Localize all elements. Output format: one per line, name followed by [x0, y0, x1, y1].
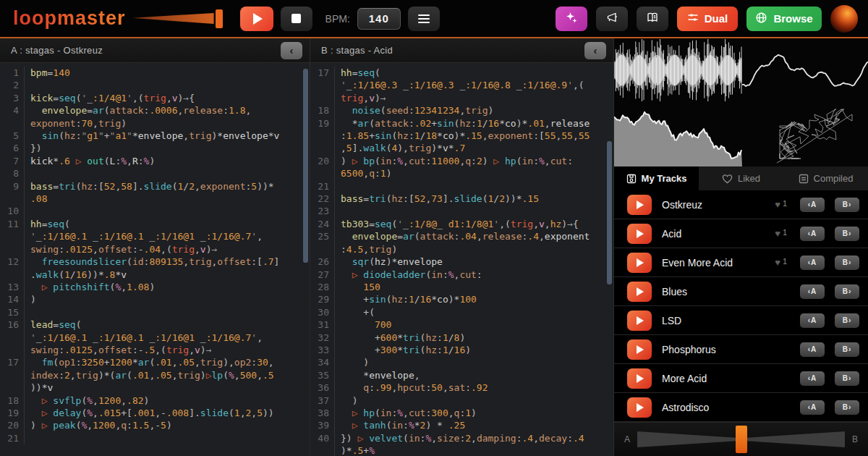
- code-line[interactable]: '_:1/16@.1 _:1/16@.1 _:1/16@1 _:1/16@.7'…: [0, 230, 310, 242]
- browse-button[interactable]: Browse: [746, 7, 822, 31]
- load-to-deck-a-button[interactable]: ‹A: [800, 198, 825, 212]
- code-line[interactable]: 2: [0, 79, 310, 91]
- user-avatar[interactable]: [830, 5, 858, 33]
- track-play-button[interactable]: [627, 397, 652, 418]
- tab-liked[interactable]: Liked: [699, 166, 783, 190]
- code-line[interactable]: :1.85+sin(hz:1/18*co)*.15,exponent:[55,5…: [310, 130, 613, 142]
- code-line[interactable]: 8: [0, 167, 310, 180]
- code-line[interactable]: 3kick=seq('_:1/4@1',(trig,v)→{: [0, 92, 310, 104]
- code-line[interactable]: 17 fm(op1:3250+1200*ar(.01,.05,trig),op2…: [0, 356, 310, 368]
- load-to-deck-a-button[interactable]: ‹A: [800, 342, 825, 357]
- load-to-deck-b-button[interactable]: B›: [835, 284, 859, 299]
- tab-compiled[interactable]: Compiled: [783, 166, 868, 190]
- code-line[interactable]: 38 ▷ hp(in:%,cut:300,q:1): [310, 407, 613, 419]
- track-play-button[interactable]: [627, 253, 652, 273]
- code-line[interactable]: 5 sin(hz:"g1"+"a1"*envelope,trig)*envelo…: [0, 130, 310, 142]
- code-line[interactable]: swing:.0125,offset:-.04,(trig,v)→: [0, 243, 310, 256]
- code-line[interactable]: 1bpm=140: [0, 67, 310, 79]
- dual-button[interactable]: Dual: [677, 7, 738, 31]
- code-line[interactable]: 16lead=seq(: [0, 318, 310, 331]
- code-line[interactable]: 28 150: [310, 281, 613, 293]
- track-play-button[interactable]: [627, 311, 652, 331]
- load-to-deck-b-button[interactable]: B›: [835, 400, 859, 415]
- load-to-deck-a-button[interactable]: ‹A: [800, 400, 825, 415]
- code-line[interactable]: 21: [0, 432, 310, 444]
- code-line[interactable]: 29 +sin(hz:1/16*co)*100: [310, 293, 613, 305]
- track-play-button[interactable]: [627, 195, 652, 215]
- code-line[interactable]: .walk(1/16))*.8*v: [0, 269, 310, 281]
- deck-a-collapse-button[interactable]: ‹: [281, 42, 302, 59]
- code-line[interactable]: 25 envelope=ar(attack:.04,release:.4,exp…: [310, 230, 613, 242]
- load-to-deck-a-button[interactable]: ‹A: [800, 371, 825, 386]
- code-line[interactable]: 26 sqr(hz)*envelope: [310, 256, 613, 268]
- code-line[interactable]: 24tb303=seq('_:1/8@_ d1:1/8@1',(trig,v,h…: [310, 218, 613, 230]
- code-line[interactable]: 19 *ar(attack:.02+sin(hz:1/16*co)*.01,re…: [310, 117, 613, 130]
- load-to-deck-b-button[interactable]: B›: [835, 371, 859, 386]
- code-line[interactable]: 14): [0, 293, 310, 305]
- code-line[interactable]: 19 ▷ delay(%,.015+[.001,-.008].slide(1,2…: [0, 407, 310, 419]
- code-line[interactable]: 27 ▷ diodeladder(in:%,cut:: [310, 269, 613, 281]
- menu-button[interactable]: [408, 7, 440, 31]
- load-to-deck-b-button[interactable]: B›: [835, 256, 859, 270]
- track-play-button[interactable]: [627, 368, 652, 389]
- track-play-button[interactable]: [627, 224, 652, 244]
- play-button[interactable]: [240, 7, 273, 31]
- code-line[interactable]: '_:1/16@.3 _:1/16@.3 _:1/16@.8 _:1/16@.9…: [310, 79, 613, 91]
- code-line[interactable]: 12 freesoundslicer(id:809135,trig,offset…: [0, 256, 310, 268]
- code-line[interactable]: 33 +300*tri(hz:1/16): [310, 344, 613, 356]
- code-line[interactable]: 40}) ▷ velvet(in:%,size:2,damping:.4,dec…: [310, 432, 613, 444]
- stop-button[interactable]: [281, 7, 312, 31]
- load-to-deck-b-button[interactable]: B›: [835, 198, 859, 212]
- deck-a-code-editor[interactable]: 1bpm=1402 3kick=seq('_:1/4@1',(trig,v)→{…: [0, 63, 310, 456]
- code-line[interactable]: 30 +(: [310, 306, 613, 318]
- code-line[interactable]: 37 ): [310, 394, 613, 407]
- crossfader-handle[interactable]: [736, 426, 747, 453]
- code-line[interactable]: 6}): [0, 142, 310, 154]
- promote-button[interactable]: [596, 7, 628, 31]
- code-line[interactable]: exponent:70,trig): [0, 117, 310, 130]
- heart-icon[interactable]: ♥: [775, 257, 780, 268]
- code-line[interactable]: 36 q:.99,hpcut:50,sat:.92: [310, 381, 613, 394]
- code-line[interactable]: .08: [0, 193, 310, 205]
- deck-b-scrollbar[interactable]: [607, 141, 612, 284]
- load-to-deck-a-button[interactable]: ‹A: [800, 284, 825, 299]
- code-line[interactable]: 4 envelope=ar(attack:.0006,release:1.8,: [0, 104, 310, 117]
- code-line[interactable]: 34 ): [310, 356, 613, 368]
- bpm-input[interactable]: [357, 8, 401, 30]
- load-to-deck-a-button[interactable]: ‹A: [800, 256, 825, 270]
- code-line[interactable]: 13 ▷ pitchshift(%,1.08): [0, 281, 310, 293]
- deck-a-scrollbar[interactable]: [303, 69, 308, 263]
- code-line[interactable]: 32 +600*tri(hz:1/8): [310, 332, 613, 344]
- code-line[interactable]: 23: [310, 205, 613, 217]
- load-to-deck-a-button[interactable]: ‹A: [800, 313, 825, 328]
- code-line[interactable]: 7kick*.6 ▷ out(L:%,R:%): [0, 155, 310, 167]
- code-line[interactable]: '_:1/16@.1 _:1/16@.1 _:1/16@1 _:1/16@.7'…: [0, 332, 310, 344]
- code-line[interactable]: index:2,trig)*(ar(.01,.05,trig)▷lp(%,500…: [0, 369, 310, 381]
- heart-icon[interactable]: ♥: [775, 228, 780, 239]
- code-line[interactable]: 18 ▷ svflp(%,1200,.82): [0, 394, 310, 407]
- code-line[interactable]: 21: [310, 180, 613, 193]
- track-play-button[interactable]: [627, 339, 652, 360]
- tab-my-tracks[interactable]: My Tracks: [614, 166, 699, 190]
- code-line[interactable]: 22bass=tri(hz:[52,73].slide(1/2))*.15: [310, 193, 613, 205]
- docs-button[interactable]: [637, 7, 668, 31]
- load-to-deck-b-button[interactable]: B›: [835, 342, 859, 357]
- code-line[interactable]: trig,v)→: [310, 92, 613, 104]
- sparkles-button[interactable]: [556, 7, 587, 31]
- app-logo[interactable]: loopmaster: [13, 7, 223, 30]
- load-to-deck-a-button[interactable]: ‹A: [800, 227, 825, 241]
- code-line[interactable]: 15: [0, 306, 310, 318]
- code-line[interactable]: 9bass=tri(hz:[52,58].slide(1/2,exponent:…: [0, 180, 310, 193]
- load-to-deck-b-button[interactable]: B›: [835, 313, 859, 328]
- deck-b-code-editor[interactable]: 17hh=seq('_:1/16@.3 _:1/16@.3 _:1/16@.8 …: [310, 63, 613, 456]
- load-to-deck-b-button[interactable]: B›: [835, 227, 859, 241]
- heart-icon[interactable]: ♥: [775, 199, 780, 210]
- code-line[interactable]: 6500,q:1): [310, 167, 613, 180]
- code-line[interactable]: 17hh=seq(: [310, 67, 613, 79]
- code-line[interactable]: 10: [0, 205, 310, 217]
- code-line[interactable]: 31 700: [310, 318, 613, 331]
- code-line[interactable]: 20) ▷ peak(%,1200,q:1.5,-5): [0, 419, 310, 431]
- track-play-button[interactable]: [627, 282, 652, 302]
- code-line[interactable]: ))*v: [0, 381, 310, 394]
- crossfader-track[interactable]: [637, 425, 845, 454]
